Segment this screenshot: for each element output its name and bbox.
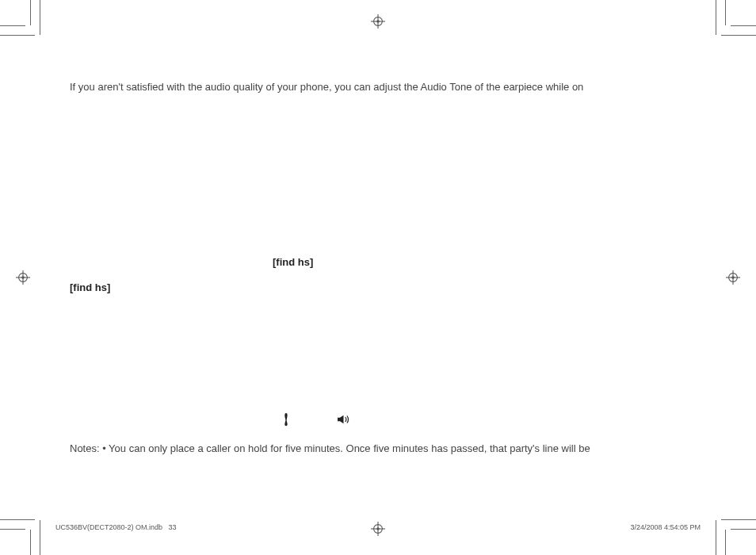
crop-mark — [716, 0, 716, 35]
find-hs-label: [find hs] — [70, 256, 701, 268]
svg-point-15 — [731, 276, 735, 279]
crop-mark — [731, 529, 756, 530]
crop-mark — [30, 530, 31, 555]
crop-mark — [731, 25, 756, 26]
intro-paragraph: If you aren't satisfied with the audio q… — [70, 79, 701, 95]
registration-mark-icon — [726, 270, 740, 285]
svg-marker-17 — [340, 415, 344, 423]
crop-mark — [0, 529, 25, 530]
phone-handset-icon — [282, 412, 290, 430]
crop-mark — [30, 0, 31, 25]
crop-mark — [725, 0, 726, 25]
body-content: If you aren't satisfied with the audio q… — [70, 79, 701, 456]
registration-mark-icon — [16, 270, 30, 285]
speaker-icon — [338, 414, 352, 428]
crop-mark — [0, 519, 35, 520]
svg-point-3 — [376, 20, 380, 23]
svg-rect-16 — [338, 417, 340, 421]
find-hs-label: [find hs] — [70, 281, 701, 293]
crop-mark — [721, 519, 756, 520]
crop-mark — [40, 520, 40, 555]
svg-point-11 — [21, 276, 25, 279]
inline-icons-row — [70, 412, 701, 430]
notes-paragraph: Notes: • You can only place a caller on … — [70, 441, 701, 457]
registration-mark-icon — [371, 14, 385, 29]
page-container: If you aren't satisfied with the audio q… — [0, 0, 756, 555]
crop-mark — [0, 35, 35, 36]
footer-timestamp: 3/24/2008 4:54:05 PM — [630, 523, 701, 531]
crop-mark — [721, 35, 756, 36]
crop-mark — [725, 530, 726, 555]
page-footer: UC536BV(DECT2080-2) OM.indb 33 3/24/2008… — [55, 523, 701, 531]
crop-mark — [716, 520, 716, 555]
crop-mark — [0, 25, 25, 26]
crop-mark — [40, 0, 40, 35]
footer-doc-name: UC536BV(DECT2080-2) OM.indb 33 — [55, 523, 177, 531]
